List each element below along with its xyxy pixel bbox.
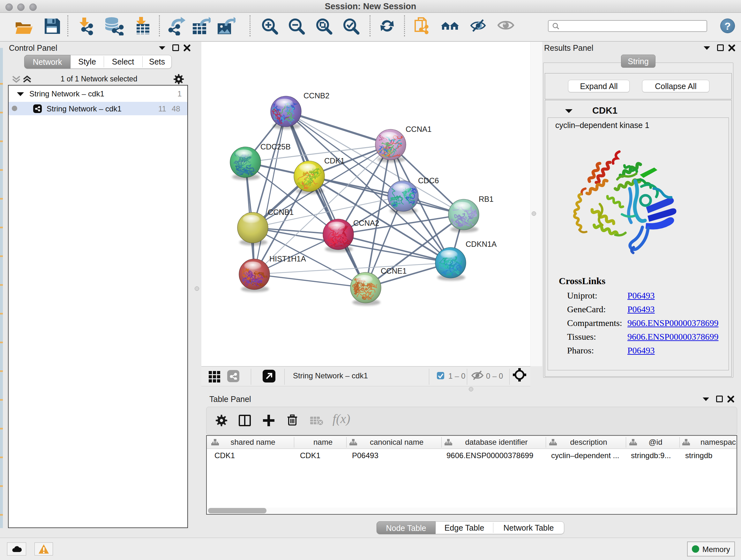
svg-text:CCNB1: CCNB1 <box>268 208 293 216</box>
svg-text:CDK1: CDK1 <box>324 157 345 165</box>
svg-text:CCNE1: CCNE1 <box>381 266 407 275</box>
svg-text:CCNA2: CCNA2 <box>353 219 379 227</box>
svg-text:CDC6: CDC6 <box>418 176 439 185</box>
svg-text:CCNA1: CCNA1 <box>406 125 431 133</box>
svg-text:CCNB2: CCNB2 <box>304 91 329 100</box>
svg-text:CDC25B: CDC25B <box>260 142 291 151</box>
svg-text:CDKN1A: CDKN1A <box>466 240 496 248</box>
svg-text:HIST1H1A: HIST1H1A <box>269 254 306 263</box>
svg-text:RB1: RB1 <box>479 195 494 203</box>
